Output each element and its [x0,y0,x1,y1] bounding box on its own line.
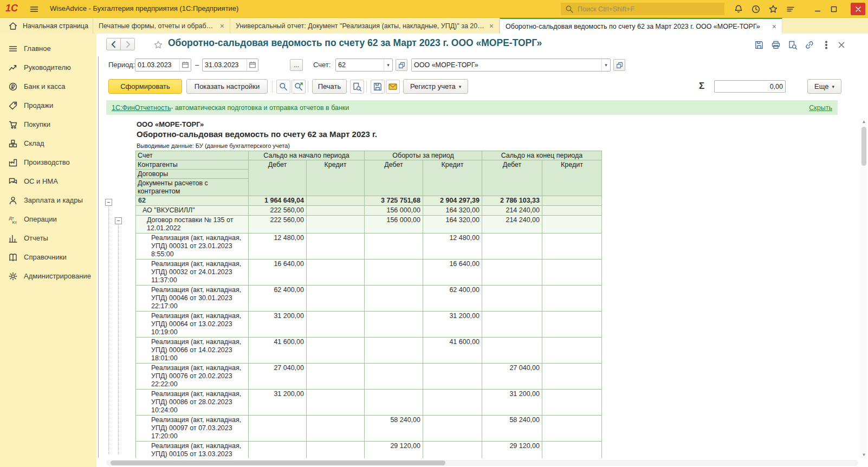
sidebar-item-11[interactable]: Отчеты [0,229,96,248]
calendar-button[interactable] [247,59,258,71]
cell[interactable] [307,196,365,206]
cell[interactable] [365,338,423,364]
cell[interactable] [542,390,602,416]
row-label[interactable]: Реализация (акт, накладная, УПД) 00066 о… [136,338,249,364]
organization-field[interactable]: ▾ [411,59,611,72]
tab[interactable]: Печатные формы, отчеты и обработки× [93,18,230,34]
row-label[interactable]: Реализация (акт, накладная, УПД) 00076 о… [136,364,249,390]
print-preview-button[interactable] [350,80,364,94]
cell[interactable]: 27 040,00 [249,364,307,390]
cell[interactable]: 58 240,00 [482,416,542,442]
cell[interactable]: 1 964 649,04 [249,196,307,206]
print-button[interactable]: Печать [312,79,347,94]
sidebar-item-1[interactable]: Главное [0,39,96,58]
favorites-icon[interactable] [767,3,779,15]
cell[interactable] [542,216,602,234]
find-button[interactable] [276,80,290,94]
cell[interactable]: 12 480,00 [423,234,482,260]
main-menu-icon[interactable] [28,3,40,15]
print-icon[interactable] [770,39,782,51]
sidebar-item-4[interactable]: Продажи [0,96,96,115]
cell[interactable] [542,260,602,286]
vertical-scrollbar[interactable]: ▲ ▼ [860,118,867,458]
cell[interactable] [307,206,365,216]
get-link-icon[interactable] [804,39,815,51]
cell[interactable]: 16 640,00 [423,260,482,286]
tab[interactable]: Оборотно-сальдовая ведомость по счету 62… [500,18,782,34]
cell[interactable] [307,442,365,459]
account-open-button[interactable] [396,59,407,71]
row-label[interactable]: Реализация (акт, накладная, УПД) 00032 о… [136,260,249,286]
cell[interactable]: 41 600,00 [249,338,307,364]
cell[interactable] [542,196,602,206]
cell[interactable] [542,234,602,260]
cell[interactable]: 16 640,00 [249,260,307,286]
row-label[interactable]: 62 [136,196,249,206]
cell[interactable]: 156 000,00 [365,216,423,234]
close-window-button[interactable] [851,3,865,15]
save-icon[interactable] [753,39,765,51]
cell[interactable]: 214 240,00 [482,216,542,234]
global-search-input[interactable]: Поиск Ctrl+Shift+F [561,3,724,15]
chevron-down-icon[interactable]: ▾ [384,59,392,71]
sidebar-item-12[interactable]: Справочники [0,248,96,267]
row-label[interactable]: Реализация (акт, накладная, УПД) 00046 о… [136,286,249,312]
period-to-field[interactable] [202,59,258,72]
row-label[interactable]: Реализация (акт, накладная, УПД) 00064 о… [136,312,249,338]
row-label[interactable]: Реализация (акт, накладная, УПД) 00086 о… [136,390,249,416]
cell[interactable]: 62 400,00 [423,286,482,312]
cell[interactable] [249,442,307,459]
cell[interactable] [482,286,542,312]
maximize-button[interactable] [828,3,840,15]
minimize-button[interactable] [812,3,824,15]
hide-banner-link[interactable]: Скрыть [809,104,832,112]
sidebar-item-5[interactable]: Покупки [0,115,96,134]
period-to-input[interactable] [203,61,247,69]
find-next-button[interactable] [292,80,306,94]
service-menu-icon[interactable] [785,3,796,15]
sidebar-item-2[interactable]: Руководителю [0,58,96,77]
account-field[interactable]: ▾ [335,59,393,72]
sidebar-item-6[interactable]: Склад [0,134,96,153]
cell[interactable]: 29 120,00 [482,442,542,459]
autosum-input[interactable] [715,83,785,90]
generate-button[interactable]: Сформировать [108,79,182,94]
calendar-button[interactable] [179,59,191,71]
tab-home[interactable]: Начальная страница [0,18,93,34]
cell[interactable] [423,442,482,459]
cell[interactable]: 31 200,00 [423,312,482,338]
preview-icon[interactable] [787,39,799,51]
vertical-scroll-thumb[interactable] [861,127,866,166]
cell[interactable]: 27 040,00 [482,364,542,390]
register-button[interactable]: Регистр учета▾ [403,79,468,94]
sidebar-item-8[interactable]: ОС и НМА [0,172,96,191]
cell[interactable]: 164 320,00 [423,206,482,216]
cell[interactable] [307,390,365,416]
cell[interactable]: 2 904 297,39 [423,196,482,206]
sidebar-item-3[interactable]: Банк и касса [0,77,96,96]
more-button[interactable]: Еще▾ [807,79,841,94]
cell[interactable] [542,416,602,442]
cell[interactable] [423,390,482,416]
row-label[interactable]: АО "ВКУСВИЛЛ" [136,206,249,216]
favorite-toggle-icon[interactable] [152,39,164,51]
cell[interactable] [249,416,307,442]
row-label[interactable]: Реализация (акт, накладная, УПД) 00105 о… [136,442,249,459]
cell[interactable]: 3 725 751,68 [365,196,423,206]
forward-button[interactable] [120,38,135,50]
sidebar-item-7[interactable]: Производство [0,153,96,172]
cell[interactable] [365,312,423,338]
account-input[interactable] [336,61,384,69]
send-email-button[interactable] [386,80,400,94]
cell[interactable] [307,260,365,286]
back-button[interactable] [106,38,121,50]
cell[interactable] [482,338,542,364]
row-label[interactable]: Реализация (акт, накладная, УПД) 00097 о… [136,416,249,442]
cell[interactable] [542,338,602,364]
sidebar-item-9[interactable]: Зарплата и кадры [0,191,96,210]
horizontal-scrollbar[interactable] [106,460,858,466]
scroll-up-icon[interactable]: ▲ [860,118,867,125]
organization-input[interactable] [412,61,601,69]
cell[interactable] [365,390,423,416]
cell[interactable]: 31 200,00 [482,390,542,416]
